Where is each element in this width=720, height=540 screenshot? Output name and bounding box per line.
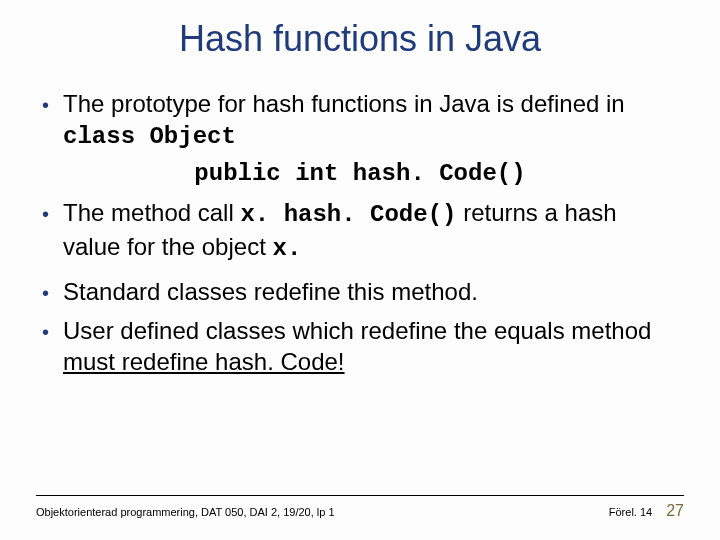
code-line: public int hash. Code()	[42, 160, 678, 187]
bullet-1: • The prototype for hash functions in Ja…	[42, 88, 678, 152]
bullet-dot-icon: •	[42, 280, 49, 306]
footer-right: Förel. 14 27	[609, 502, 684, 520]
bullet-3-text: Standard classes redefine this method.	[63, 276, 478, 307]
bullet-2-code-2: x.	[272, 235, 301, 262]
slide: Hash functions in Java • The prototype f…	[0, 0, 720, 540]
footer-row: Objektorienterad programmering, DAT 050,…	[36, 502, 684, 520]
bullet-3: • Standard classes redefine this method.	[42, 276, 678, 307]
bullet-dot-icon: •	[42, 319, 49, 345]
bullet-2-pre: The method call	[63, 199, 240, 226]
bullet-2-code-1: x. hash. Code()	[240, 201, 456, 228]
bullet-4: • User defined classes which redefine th…	[42, 315, 678, 377]
page-title: Hash functions in Java	[36, 18, 684, 60]
bullet-4-text: User defined classes which redefine the …	[63, 315, 678, 377]
bullet-2-text: The method call x. hash. Code() returns …	[63, 197, 678, 263]
bullet-1-text: The prototype for hash functions in Java…	[63, 88, 678, 152]
bullet-dot-icon: •	[42, 92, 49, 118]
bullet-4-underline: must redefine hash. Code!	[63, 348, 345, 375]
bullet-dot-icon: •	[42, 201, 49, 227]
footer: Objektorienterad programmering, DAT 050,…	[36, 495, 684, 520]
bullet-4-pre: User defined classes which redefine the …	[63, 317, 651, 344]
footer-divider	[36, 495, 684, 496]
footer-course-info: Objektorienterad programmering, DAT 050,…	[36, 506, 335, 518]
bullet-2: • The method call x. hash. Code() return…	[42, 197, 678, 263]
bullet-1-pre: The prototype for hash functions in Java…	[63, 90, 625, 117]
footer-page-number: 27	[666, 502, 684, 520]
content-area: • The prototype for hash functions in Ja…	[36, 88, 684, 377]
footer-lecture: Förel. 14	[609, 506, 652, 518]
bullet-1-code: class Object	[63, 123, 236, 150]
